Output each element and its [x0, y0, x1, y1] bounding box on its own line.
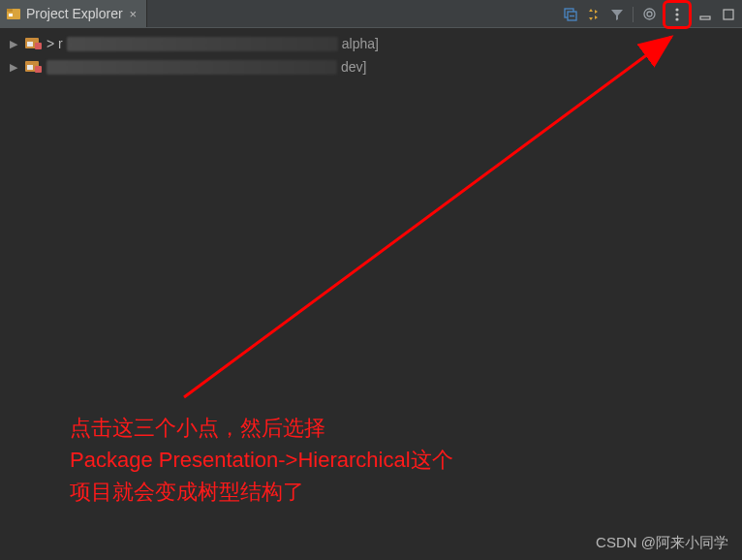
filter-icon[interactable]	[607, 5, 627, 24]
annotation-line: 项目就会变成树型结构了	[70, 476, 453, 508]
svg-point-9	[675, 13, 678, 16]
minimize-icon[interactable]	[696, 5, 715, 24]
tab-title: Project Explorer	[26, 6, 123, 21]
expand-icon[interactable]: ▶	[10, 38, 21, 50]
annotation-text: 点击这三个小点，然后选择 Package Presentation->Hiera…	[70, 412, 453, 508]
toolbar-separator	[633, 7, 634, 22]
watermark: CSDN @阿来小同学	[596, 534, 728, 552]
svg-point-7	[647, 12, 652, 16]
branch-suffix: dev]	[341, 59, 366, 75]
project-icon	[25, 59, 43, 75]
svg-rect-17	[27, 65, 33, 70]
close-icon[interactable]: ×	[128, 7, 139, 21]
project-icon	[25, 36, 43, 51]
project-explorer-tab[interactable]: Project Explorer ×	[0, 0, 147, 27]
svg-line-19	[184, 37, 671, 397]
expand-icon[interactable]: ▶	[10, 61, 21, 74]
svg-point-8	[675, 8, 678, 11]
collapse-all-icon[interactable]	[561, 5, 580, 24]
svg-rect-12	[724, 10, 733, 19]
focus-task-icon[interactable]	[639, 5, 659, 24]
svg-rect-11	[700, 16, 710, 19]
svg-rect-2	[9, 14, 13, 16]
svg-rect-15	[35, 43, 42, 49]
node-label: > r	[46, 36, 63, 51]
annotation-line: Package Presentation->Hierarchical这个	[70, 444, 453, 476]
branch-suffix: alpha]	[342, 36, 379, 51]
svg-point-6	[644, 9, 655, 19]
link-editor-icon[interactable]	[584, 5, 603, 24]
project-tree: ▶ > r alpha] ▶ dev]	[0, 28, 742, 82]
svg-rect-18	[35, 66, 42, 73]
tree-row[interactable]: ▶ dev]	[0, 55, 742, 78]
maximize-icon[interactable]	[719, 5, 738, 24]
view-menu-icon[interactable]	[667, 5, 687, 24]
annotation-highlight-box	[663, 0, 692, 29]
svg-point-10	[675, 17, 678, 20]
view-tab-bar: Project Explorer ×	[0, 0, 742, 28]
svg-rect-14	[27, 42, 33, 47]
annotation-line: 点击这三个小点，然后选择	[70, 412, 453, 444]
svg-rect-1	[7, 9, 13, 12]
redacted-text	[46, 60, 337, 75]
redacted-text	[67, 37, 338, 51]
view-toolbar	[561, 0, 738, 28]
project-explorer-icon	[6, 6, 21, 21]
tree-row[interactable]: ▶ > r alpha]	[0, 32, 742, 55]
